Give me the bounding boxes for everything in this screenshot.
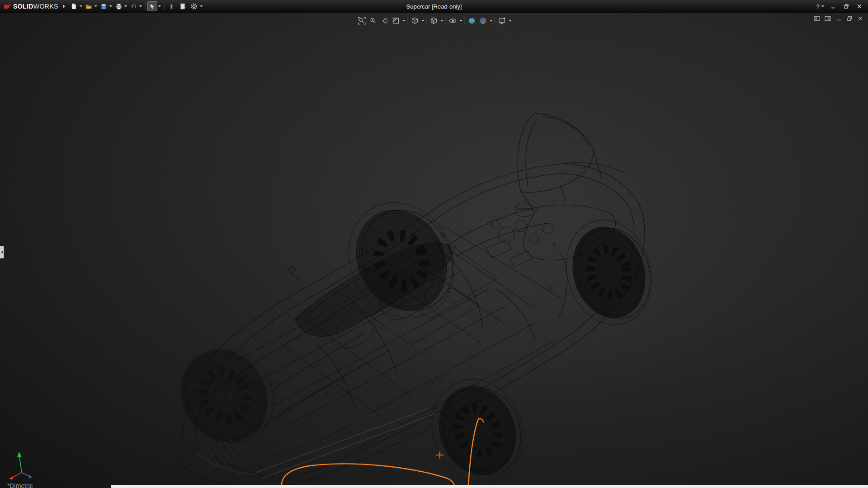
save-floppy-icon: [100, 3, 107, 10]
hud-separator: [495, 17, 495, 24]
taskbar-sliver[interactable]: [111, 485, 868, 488]
minimize-icon: [835, 16, 842, 21]
open-folder-icon: [85, 3, 92, 10]
select-cursor-icon: [149, 3, 156, 10]
car-wheel-front-left: [164, 331, 290, 460]
brand-bold: SOLID: [13, 3, 33, 10]
options-dropdown-arrow[interactable]: [200, 5, 203, 7]
section-view-button[interactable]: [391, 15, 401, 26]
eye-icon: [449, 17, 457, 25]
chevron-left-icon: [1, 251, 3, 253]
undo-dropdown-arrow[interactable]: [139, 5, 142, 7]
restore-icon: [846, 16, 853, 21]
edit-appearance-button[interactable]: [478, 15, 489, 26]
new-document-button[interactable]: [69, 1, 79, 11]
select-button[interactable]: [147, 1, 157, 11]
pane-left-button[interactable]: [813, 15, 821, 22]
toolbar-separator: [164, 2, 165, 10]
solidworks-logo-icon: [3, 2, 12, 10]
display-style-icon: [430, 17, 438, 25]
new-dropdown-arrow[interactable]: [80, 5, 82, 7]
display-style-dropdown-arrow[interactable]: [441, 20, 443, 22]
apply-scene-button[interactable]: [467, 15, 477, 26]
brand-text: SOLIDWORKS: [13, 2, 58, 10]
close-window-button[interactable]: [854, 2, 865, 11]
zoom-to-area-icon: [369, 17, 377, 25]
hud-separator: [407, 17, 408, 24]
split-pane-right-icon: [825, 16, 831, 21]
undo-arrow-icon: [130, 3, 137, 10]
title-bar: SOLIDWORKS: [0, 0, 868, 13]
minimize-window-button[interactable]: [827, 2, 839, 11]
minimize-icon: [830, 4, 836, 9]
model-wireframe[interactable]: [0, 13, 868, 488]
scene-globe-icon: [468, 17, 476, 25]
hide-show-dropdown-arrow[interactable]: [460, 20, 462, 22]
open-button[interactable]: [84, 1, 94, 11]
help-dropdown-arrow: [821, 5, 824, 7]
help-glyph: ?: [816, 3, 819, 10]
previous-view-icon: [381, 17, 389, 25]
minimize-document-button[interactable]: [835, 15, 843, 22]
viewport-glow: [262, 54, 769, 416]
zoom-to-fit-icon: [358, 17, 366, 25]
heads-up-view-toolbar: [357, 15, 512, 26]
window-title: Supercar [Read-only]: [406, 3, 462, 10]
section-view-dropdown-arrow[interactable]: [403, 20, 406, 22]
window-controls: ?: [814, 2, 865, 11]
document-window-controls: [813, 15, 864, 22]
hud-separator: [426, 17, 427, 24]
print-button[interactable]: [113, 1, 123, 11]
orientation-triad: [5, 449, 37, 482]
traffic-light-icon: [168, 3, 175, 10]
restore-window-button[interactable]: [840, 2, 852, 11]
zoom-to-fit-button[interactable]: [357, 15, 368, 26]
split-pane-left-icon: [814, 16, 820, 21]
pane-right-button[interactable]: [824, 15, 832, 22]
save-dropdown-arrow[interactable]: [109, 5, 112, 7]
save-button[interactable]: [99, 1, 108, 11]
feature-panel-collapse-tab[interactable]: [0, 246, 4, 258]
view-settings-dropdown-arrow[interactable]: [509, 20, 512, 22]
graphics-area[interactable]: *Dimetric: [0, 13, 868, 488]
selection-cursor: [436, 451, 443, 459]
solidworks-logo: SOLIDWORKS: [3, 2, 58, 10]
restore-icon: [844, 4, 849, 9]
close-icon: [857, 16, 863, 21]
hud-separator: [464, 17, 465, 24]
hud-separator: [445, 17, 446, 24]
print-icon: [115, 3, 122, 10]
appearance-ball-icon: [479, 17, 487, 25]
toolbar-expand-arrow[interactable]: [63, 5, 65, 8]
previous-view-button[interactable]: [379, 15, 390, 26]
view-orientation-dropdown-arrow[interactable]: [422, 20, 425, 22]
file-properties-button[interactable]: [178, 1, 188, 11]
view-cube-icon: [411, 17, 419, 25]
toolbar-separator: [145, 2, 146, 10]
close-document-button[interactable]: [856, 15, 864, 22]
view-settings-icon: [498, 17, 506, 25]
hide-show-items-button[interactable]: [448, 15, 458, 26]
options-button[interactable]: [189, 1, 199, 11]
help-button[interactable]: ?: [814, 2, 826, 11]
display-style-button[interactable]: [429, 15, 439, 26]
rebuild-button[interactable]: [166, 1, 176, 11]
view-orientation-label: *Dimetric: [7, 482, 33, 488]
view-settings-button[interactable]: [497, 15, 508, 26]
close-icon: [857, 4, 862, 9]
undo-button[interactable]: [128, 1, 138, 11]
options-gear-icon: [190, 3, 198, 10]
edit-appearance-dropdown-arrow[interactable]: [490, 20, 493, 22]
view-orientation-button[interactable]: [410, 15, 420, 26]
file-properties-icon: [179, 3, 186, 10]
zoom-to-area-button[interactable]: [368, 15, 379, 26]
restore-document-button[interactable]: [845, 15, 854, 22]
open-dropdown-arrow[interactable]: [94, 5, 97, 7]
brand-light: WORKS: [33, 3, 58, 10]
solidworks-window: SOLIDWORKS: [0, 0, 868, 488]
select-dropdown-arrow[interactable]: [158, 5, 161, 7]
print-dropdown-arrow[interactable]: [124, 5, 127, 7]
new-document-icon: [70, 3, 77, 10]
standard-toolbar: [69, 1, 204, 11]
section-view-icon: [392, 17, 400, 25]
